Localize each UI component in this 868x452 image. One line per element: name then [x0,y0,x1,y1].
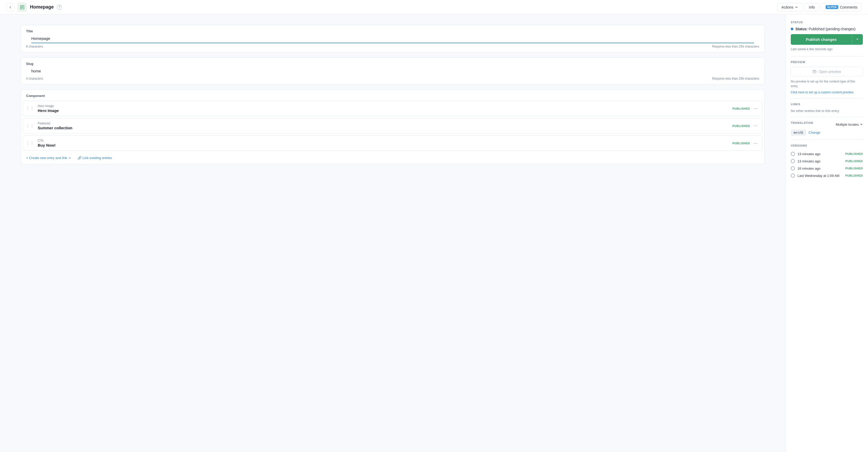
slug-input[interactable] [31,68,754,75]
link-existing-link[interactable]: 🔗 Link existing entries [78,156,112,160]
component-actions-featured: PUBLISHED ··· [733,122,762,130]
preview-note: No preview is set up for the content typ… [791,79,863,88]
locale-tag: en-US [791,130,806,136]
version-published-3: PUBLISHED [845,167,863,170]
divider-1 [791,56,863,56]
published-badge-featured: PUBLISHED [733,124,750,128]
component-content-featured: Featured Summer collection [37,118,733,133]
slug-char-limit: Requires less than 256 characters [712,77,759,80]
publish-button[interactable]: Publish changes [791,34,852,45]
component-item-cta: ⋮⋮ CTA Buy Now! PUBLISHED ··· [23,136,762,151]
component-actions-hero: PUBLISHED ··· [733,105,762,112]
version-radio-4[interactable] [791,173,795,178]
component-item-featured: ⋮⋮ Featured Summer collection PUBLISHED … [23,118,762,134]
version-radio-1[interactable] [791,152,795,156]
component-type-cta: CTA [38,139,731,142]
component-name-cta: Buy Now! [38,143,731,147]
links-section-title: LINKS [791,103,863,106]
alpha-badge: ALPHA [826,5,838,9]
publish-btn-group: Publish changes [791,34,863,45]
version-item-3: 16 minutes ago PUBLISHED [791,165,863,172]
component-type-featured: Featured [38,121,731,125]
component-label: Component [21,90,765,101]
translation-select[interactable]: Multiple locales [836,122,863,126]
title-char-limit: Requires less than 256 characters [712,45,759,48]
main-content: Title 8 characters Requires less than 25… [0,15,785,452]
divider-3 [791,117,863,117]
page-title: Homepage [30,4,54,10]
status-dot [791,28,793,30]
slug-input-wrapper [31,68,754,75]
status-value: Published (pending changes) [809,27,855,31]
title-input-wrapper [31,35,754,43]
comments-button[interactable]: ALPHA Comments [821,3,862,11]
version-item-4: Last Wednesday at 1:09 AM PUBLISHED [791,172,863,179]
topbar-right: Actions Info ALPHA Comments [777,3,862,11]
no-links-text: No other entries link to this entry. [791,109,863,113]
page-icon [18,3,27,12]
component-name-featured: Summer collection [38,126,731,130]
version-published-4: PUBLISHED [845,174,863,177]
divider-4 [791,140,863,140]
component-type-hero: Hero Image [38,104,731,108]
title-hint: 8 characters Requires less than 256 char… [21,43,765,52]
add-links: + Create new entry and link 🔗 Link exist… [21,153,765,164]
version-published-2: PUBLISHED [845,160,863,163]
title-input[interactable] [31,35,754,43]
info-button[interactable]: Info [804,3,819,11]
version-radio-2[interactable] [791,159,795,163]
versions-section-title: VERSIONS [791,144,863,147]
published-badge-cta: PUBLISHED [733,142,750,145]
create-entry-link[interactable]: + Create new entry and link [26,156,71,160]
version-radio-3[interactable] [791,166,795,170]
status-label: Status: [796,27,808,31]
more-button-hero[interactable]: ··· [752,105,759,112]
version-time-3: 16 minutes ago [798,167,843,170]
translation-row: TRANSLATION Multiple locales [791,121,863,128]
translation-section-title: TRANSLATION [791,121,813,124]
publish-dropdown-button[interactable] [852,34,863,45]
version-item-2: 13 minutes ago PUBLISHED [791,158,863,165]
slug-label: Slug [21,58,765,68]
layout: Title 8 characters Requires less than 25… [0,15,868,452]
more-button-featured[interactable]: ··· [752,122,759,130]
change-locale-button[interactable]: Change [809,131,820,135]
version-time-2: 13 minutes ago [798,159,843,163]
published-badge-hero: PUBLISHED [733,107,750,110]
slug-hint: 4 characters Requires less than 256 char… [21,75,765,84]
open-preview-button[interactable]: Open preview [791,67,863,77]
help-icon[interactable]: ? [57,5,62,10]
version-time-4: Last Wednesday at 1:09 AM [798,174,843,178]
preview-setup-link[interactable]: Click here to set up a custom content pr… [791,90,854,94]
title-field-group: Title 8 characters Requires less than 25… [21,25,765,52]
title-char-count: 8 characters [26,45,43,48]
divider-2 [791,98,863,98]
version-time-1: 13 minutes ago [798,152,843,156]
status-section-title: STATUS [791,21,863,24]
status-text: Status: Published (pending changes) [796,27,856,31]
title-label: Title [21,25,765,35]
component-section: Component ⋮⋮ Hero Image Hero Image PUBLI… [21,89,765,164]
drag-handle-featured[interactable]: ⋮⋮ [23,120,37,131]
component-content-hero: Hero Image Hero Image [37,101,733,116]
topbar: Homepage ? Actions Info ALPHA Comments [0,0,868,15]
slug-char-count: 4 characters [26,77,43,80]
back-button[interactable] [6,3,14,11]
drag-handle-hero[interactable]: ⋮⋮ [23,103,37,114]
preview-section-title: PREVIEW [791,60,863,64]
component-actions-cta: PUBLISHED ··· [733,139,762,147]
component-item-hero: ⋮⋮ Hero Image Hero Image PUBLISHED ··· [23,101,762,116]
version-published-1: PUBLISHED [845,152,863,156]
last-saved-text: Last saved a few seconds ago [791,47,863,51]
version-item-1: 13 minutes ago PUBLISHED [791,150,863,158]
actions-button[interactable]: Actions [777,3,802,11]
sidebar: STATUS Status: Published (pending change… [785,15,868,452]
component-content-cta: CTA Buy Now! [37,136,733,150]
more-button-cta[interactable]: ··· [752,139,759,147]
drag-handle-cta[interactable]: ⋮⋮ [23,138,37,149]
component-name-hero: Hero Image [38,108,731,113]
slug-field-group: Slug 4 characters Requires less than 256… [21,57,765,84]
svg-rect-1 [813,70,816,73]
status-indicator: Status: Published (pending changes) [791,27,863,31]
topbar-left: Homepage ? [6,3,62,12]
